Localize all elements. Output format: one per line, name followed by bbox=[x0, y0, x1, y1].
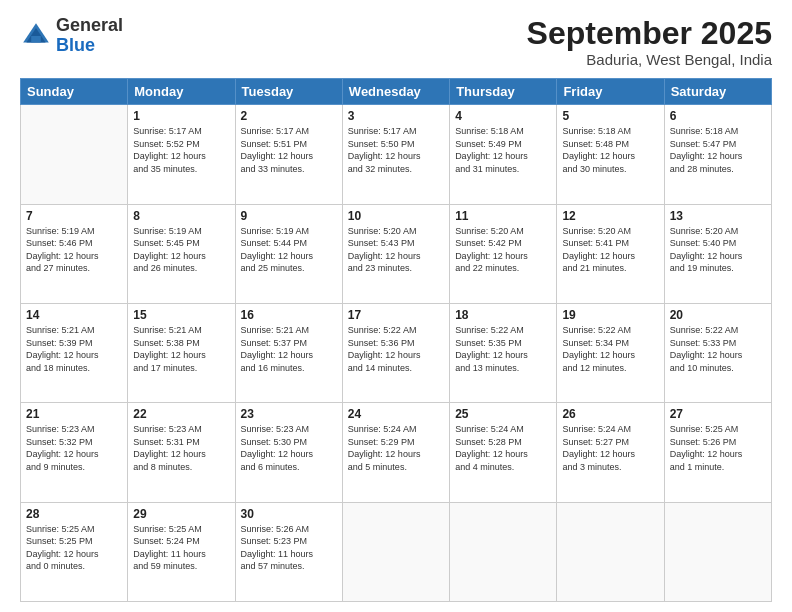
day-number: 1 bbox=[133, 109, 229, 123]
day-number: 30 bbox=[241, 507, 337, 521]
day-info: Sunrise: 5:18 AM Sunset: 5:47 PM Dayligh… bbox=[670, 125, 766, 175]
day-number: 10 bbox=[348, 209, 444, 223]
calendar-cell: 16Sunrise: 5:21 AM Sunset: 5:37 PM Dayli… bbox=[235, 303, 342, 402]
calendar-cell: 28Sunrise: 5:25 AM Sunset: 5:25 PM Dayli… bbox=[21, 502, 128, 601]
calendar-cell: 3Sunrise: 5:17 AM Sunset: 5:50 PM Daylig… bbox=[342, 105, 449, 204]
day-info: Sunrise: 5:22 AM Sunset: 5:33 PM Dayligh… bbox=[670, 324, 766, 374]
calendar-cell: 12Sunrise: 5:20 AM Sunset: 5:41 PM Dayli… bbox=[557, 204, 664, 303]
day-info: Sunrise: 5:24 AM Sunset: 5:28 PM Dayligh… bbox=[455, 423, 551, 473]
weekday-header-saturday: Saturday bbox=[664, 79, 771, 105]
day-number: 18 bbox=[455, 308, 551, 322]
logo-text: General Blue bbox=[56, 16, 123, 56]
title-block: September 2025 Baduria, West Bengal, Ind… bbox=[527, 16, 772, 68]
weekday-header-row: SundayMondayTuesdayWednesdayThursdayFrid… bbox=[21, 79, 772, 105]
day-number: 8 bbox=[133, 209, 229, 223]
day-info: Sunrise: 5:20 AM Sunset: 5:43 PM Dayligh… bbox=[348, 225, 444, 275]
day-info: Sunrise: 5:21 AM Sunset: 5:38 PM Dayligh… bbox=[133, 324, 229, 374]
day-number: 3 bbox=[348, 109, 444, 123]
calendar-cell: 24Sunrise: 5:24 AM Sunset: 5:29 PM Dayli… bbox=[342, 403, 449, 502]
day-info: Sunrise: 5:26 AM Sunset: 5:23 PM Dayligh… bbox=[241, 523, 337, 573]
day-number: 19 bbox=[562, 308, 658, 322]
calendar-cell: 23Sunrise: 5:23 AM Sunset: 5:30 PM Dayli… bbox=[235, 403, 342, 502]
day-info: Sunrise: 5:17 AM Sunset: 5:50 PM Dayligh… bbox=[348, 125, 444, 175]
calendar-cell: 19Sunrise: 5:22 AM Sunset: 5:34 PM Dayli… bbox=[557, 303, 664, 402]
page: General Blue September 2025 Baduria, Wes… bbox=[0, 0, 792, 612]
day-info: Sunrise: 5:22 AM Sunset: 5:36 PM Dayligh… bbox=[348, 324, 444, 374]
week-row-0: 1Sunrise: 5:17 AM Sunset: 5:52 PM Daylig… bbox=[21, 105, 772, 204]
calendar-cell: 6Sunrise: 5:18 AM Sunset: 5:47 PM Daylig… bbox=[664, 105, 771, 204]
day-number: 5 bbox=[562, 109, 658, 123]
day-number: 15 bbox=[133, 308, 229, 322]
calendar-cell: 18Sunrise: 5:22 AM Sunset: 5:35 PM Dayli… bbox=[450, 303, 557, 402]
day-info: Sunrise: 5:24 AM Sunset: 5:29 PM Dayligh… bbox=[348, 423, 444, 473]
day-info: Sunrise: 5:19 AM Sunset: 5:45 PM Dayligh… bbox=[133, 225, 229, 275]
day-number: 7 bbox=[26, 209, 122, 223]
calendar-cell bbox=[557, 502, 664, 601]
week-row-3: 21Sunrise: 5:23 AM Sunset: 5:32 PM Dayli… bbox=[21, 403, 772, 502]
day-info: Sunrise: 5:24 AM Sunset: 5:27 PM Dayligh… bbox=[562, 423, 658, 473]
day-info: Sunrise: 5:25 AM Sunset: 5:24 PM Dayligh… bbox=[133, 523, 229, 573]
weekday-header-sunday: Sunday bbox=[21, 79, 128, 105]
day-info: Sunrise: 5:25 AM Sunset: 5:26 PM Dayligh… bbox=[670, 423, 766, 473]
calendar-cell: 9Sunrise: 5:19 AM Sunset: 5:44 PM Daylig… bbox=[235, 204, 342, 303]
day-number: 27 bbox=[670, 407, 766, 421]
day-info: Sunrise: 5:22 AM Sunset: 5:35 PM Dayligh… bbox=[455, 324, 551, 374]
logo-icon bbox=[20, 20, 52, 52]
day-info: Sunrise: 5:25 AM Sunset: 5:25 PM Dayligh… bbox=[26, 523, 122, 573]
weekday-header-tuesday: Tuesday bbox=[235, 79, 342, 105]
day-number: 29 bbox=[133, 507, 229, 521]
day-info: Sunrise: 5:22 AM Sunset: 5:34 PM Dayligh… bbox=[562, 324, 658, 374]
calendar-cell: 7Sunrise: 5:19 AM Sunset: 5:46 PM Daylig… bbox=[21, 204, 128, 303]
day-info: Sunrise: 5:19 AM Sunset: 5:46 PM Dayligh… bbox=[26, 225, 122, 275]
calendar-cell bbox=[450, 502, 557, 601]
day-info: Sunrise: 5:23 AM Sunset: 5:31 PM Dayligh… bbox=[133, 423, 229, 473]
weekday-header-wednesday: Wednesday bbox=[342, 79, 449, 105]
calendar-cell bbox=[342, 502, 449, 601]
day-number: 16 bbox=[241, 308, 337, 322]
calendar-cell: 2Sunrise: 5:17 AM Sunset: 5:51 PM Daylig… bbox=[235, 105, 342, 204]
day-number: 26 bbox=[562, 407, 658, 421]
calendar-cell: 26Sunrise: 5:24 AM Sunset: 5:27 PM Dayli… bbox=[557, 403, 664, 502]
day-info: Sunrise: 5:17 AM Sunset: 5:52 PM Dayligh… bbox=[133, 125, 229, 175]
calendar-cell: 30Sunrise: 5:26 AM Sunset: 5:23 PM Dayli… bbox=[235, 502, 342, 601]
calendar-cell: 8Sunrise: 5:19 AM Sunset: 5:45 PM Daylig… bbox=[128, 204, 235, 303]
calendar-cell: 1Sunrise: 5:17 AM Sunset: 5:52 PM Daylig… bbox=[128, 105, 235, 204]
calendar-cell: 13Sunrise: 5:20 AM Sunset: 5:40 PM Dayli… bbox=[664, 204, 771, 303]
day-number: 22 bbox=[133, 407, 229, 421]
logo: General Blue bbox=[20, 16, 123, 56]
calendar-cell: 15Sunrise: 5:21 AM Sunset: 5:38 PM Dayli… bbox=[128, 303, 235, 402]
calendar-cell: 5Sunrise: 5:18 AM Sunset: 5:48 PM Daylig… bbox=[557, 105, 664, 204]
day-info: Sunrise: 5:20 AM Sunset: 5:42 PM Dayligh… bbox=[455, 225, 551, 275]
day-info: Sunrise: 5:19 AM Sunset: 5:44 PM Dayligh… bbox=[241, 225, 337, 275]
calendar-cell bbox=[664, 502, 771, 601]
day-number: 11 bbox=[455, 209, 551, 223]
weekday-header-friday: Friday bbox=[557, 79, 664, 105]
calendar-cell bbox=[21, 105, 128, 204]
day-info: Sunrise: 5:20 AM Sunset: 5:40 PM Dayligh… bbox=[670, 225, 766, 275]
day-number: 28 bbox=[26, 507, 122, 521]
day-info: Sunrise: 5:21 AM Sunset: 5:37 PM Dayligh… bbox=[241, 324, 337, 374]
day-number: 23 bbox=[241, 407, 337, 421]
weekday-header-thursday: Thursday bbox=[450, 79, 557, 105]
day-info: Sunrise: 5:17 AM Sunset: 5:51 PM Dayligh… bbox=[241, 125, 337, 175]
calendar-cell: 25Sunrise: 5:24 AM Sunset: 5:28 PM Dayli… bbox=[450, 403, 557, 502]
day-info: Sunrise: 5:20 AM Sunset: 5:41 PM Dayligh… bbox=[562, 225, 658, 275]
day-number: 9 bbox=[241, 209, 337, 223]
day-number: 4 bbox=[455, 109, 551, 123]
day-number: 24 bbox=[348, 407, 444, 421]
calendar-cell: 21Sunrise: 5:23 AM Sunset: 5:32 PM Dayli… bbox=[21, 403, 128, 502]
calendar-cell: 10Sunrise: 5:20 AM Sunset: 5:43 PM Dayli… bbox=[342, 204, 449, 303]
day-number: 12 bbox=[562, 209, 658, 223]
week-row-4: 28Sunrise: 5:25 AM Sunset: 5:25 PM Dayli… bbox=[21, 502, 772, 601]
day-number: 25 bbox=[455, 407, 551, 421]
month-title: September 2025 bbox=[527, 16, 772, 51]
calendar-cell: 17Sunrise: 5:22 AM Sunset: 5:36 PM Dayli… bbox=[342, 303, 449, 402]
day-number: 20 bbox=[670, 308, 766, 322]
day-number: 21 bbox=[26, 407, 122, 421]
day-number: 6 bbox=[670, 109, 766, 123]
header: General Blue September 2025 Baduria, Wes… bbox=[20, 16, 772, 68]
day-number: 2 bbox=[241, 109, 337, 123]
calendar-cell: 4Sunrise: 5:18 AM Sunset: 5:49 PM Daylig… bbox=[450, 105, 557, 204]
day-number: 14 bbox=[26, 308, 122, 322]
calendar-cell: 27Sunrise: 5:25 AM Sunset: 5:26 PM Dayli… bbox=[664, 403, 771, 502]
